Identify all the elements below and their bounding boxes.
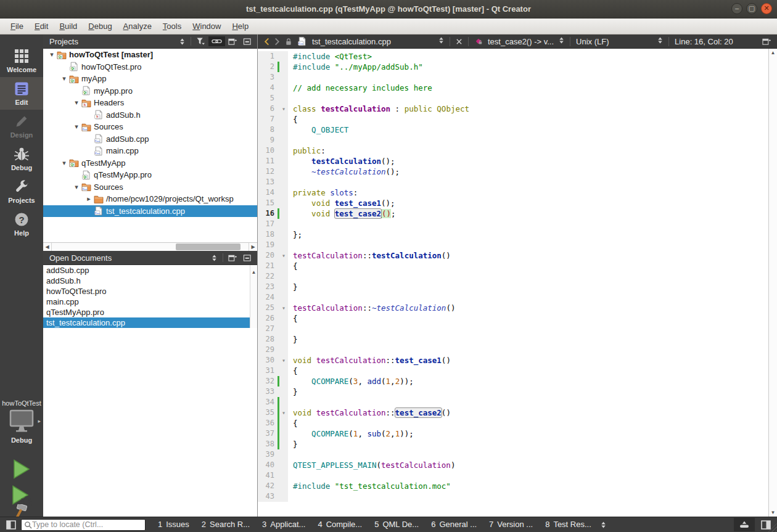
line-number[interactable]: 2	[258, 62, 278, 72]
close-document-icon[interactable]	[453, 38, 465, 45]
code-line[interactable]: 19	[258, 240, 768, 250]
open-document-item[interactable]: main.cpp	[43, 297, 257, 307]
tree-item[interactable]: h addSub.h	[43, 109, 257, 121]
split-panel-icon[interactable]	[225, 253, 240, 263]
editor-vscrollbar[interactable]: ▲ ▼	[768, 49, 777, 517]
minimize-button[interactable]: –	[731, 3, 742, 14]
line-number[interactable]: 7	[258, 114, 278, 125]
tree-item[interactable]: ▾ h Headers	[43, 97, 257, 109]
close-button[interactable]: ✕	[761, 3, 772, 14]
tree-item[interactable]: Qt howToQtTest.pro	[43, 61, 257, 73]
code-line[interactable]: 32 QCOMPARE(3, add(1,2));	[258, 376, 768, 387]
code-line[interactable]: 12 ~testCalculation();	[258, 166, 768, 177]
code-line[interactable]: 37 QCOMPARE(1, sub(2,1));	[258, 428, 768, 439]
line-number[interactable]: 15	[258, 198, 278, 208]
line-number[interactable]: 17	[258, 219, 278, 229]
line-number[interactable]: 23	[258, 282, 278, 292]
sync-with-editor-icon[interactable]	[208, 36, 225, 46]
code-line[interactable]: 35▾void testCalculation::test_case2()	[258, 407, 768, 418]
line-number[interactable]: 28	[258, 334, 278, 345]
open-document-item[interactable]: addSub.h	[43, 276, 257, 286]
code-line[interactable]: 24	[258, 292, 768, 303]
maximize-button[interactable]: ▢	[746, 3, 757, 14]
code-line[interactable]: 4// add necessary includes here	[258, 83, 768, 93]
line-number[interactable]: 13	[258, 177, 278, 187]
title-bar[interactable]: tst_testcalculation.cpp (qTestMyApp @ ho…	[0, 0, 777, 18]
code-line[interactable]: 40QTEST_APPLESS_MAIN(testCalculation)	[258, 460, 768, 470]
output-pane-compile[interactable]: 4Compile...	[311, 517, 368, 532]
open-document-item[interactable]: addSub.cpp	[43, 265, 257, 276]
menu-build[interactable]: Build	[54, 18, 83, 34]
code-line[interactable]: 18};	[258, 229, 768, 240]
split-editor-icon[interactable]	[760, 38, 773, 46]
code-area[interactable]: 1#include <QtTest>2#include "../myApp/ad…	[258, 49, 768, 517]
line-number[interactable]: 18	[258, 229, 278, 240]
line-number[interactable]: 42	[258, 481, 278, 491]
code-line[interactable]: 23}	[258, 282, 768, 292]
go-back-icon[interactable]	[261, 38, 272, 46]
code-line[interactable]: 8 Q_OBJECT	[258, 125, 768, 135]
menu-analyze[interactable]: Analyze	[118, 18, 157, 34]
menu-tools[interactable]: Tools	[157, 18, 187, 34]
tree-item[interactable]: C++ addSub.cpp	[43, 133, 257, 145]
line-number[interactable]: 26	[258, 313, 278, 324]
close-panel-icon[interactable]	[240, 36, 255, 47]
code-line[interactable]: 39	[258, 449, 768, 460]
build-button[interactable]	[0, 504, 43, 517]
line-number[interactable]: 3	[258, 72, 278, 83]
code-line[interactable]: 34	[258, 397, 768, 407]
tree-item[interactable]: ▸ /home/pcw1029/projects/Qt_worksp	[43, 193, 257, 205]
line-number[interactable]: 32	[258, 376, 278, 387]
scroll-down-icon[interactable]: ▼	[771, 510, 776, 515]
line-number[interactable]: 9	[258, 135, 278, 145]
code-line[interactable]: 16 void test_case2();	[258, 208, 768, 219]
code-line[interactable]: 13	[258, 177, 768, 187]
code-line[interactable]: 15 void test_case1();	[258, 198, 768, 208]
line-number[interactable]: 22	[258, 271, 278, 282]
tree-item[interactable]: C++ main.cpp	[43, 145, 257, 157]
encoding-selector[interactable]: Unix (LF)	[574, 37, 655, 46]
open-file-name[interactable]: tst_testcalculation.cpp	[310, 37, 436, 46]
tree-item[interactable]: C++ tst_testcalculation.cpp	[43, 205, 257, 218]
line-number[interactable]: 30	[258, 355, 278, 366]
output-pane-general[interactable]: 6General ...	[425, 517, 483, 532]
line-number[interactable]: 43	[258, 491, 278, 502]
tree-item[interactable]: ▾ Qt qTestMyApp	[43, 157, 257, 170]
line-number[interactable]: 24	[258, 292, 278, 303]
tree-item[interactable]: ▾ C++ Sources	[43, 121, 257, 133]
line-number[interactable]: 4	[258, 83, 278, 93]
code-line[interactable]: 33}	[258, 387, 768, 397]
monitor-icon[interactable]: ▸	[7, 409, 36, 435]
code-line[interactable]: 28}	[258, 334, 768, 345]
fold-marker-icon[interactable]: ▾	[279, 250, 288, 261]
line-number[interactable]: 8	[258, 125, 278, 135]
tree-expander-icon[interactable]: ▾	[47, 51, 57, 59]
code-line[interactable]: 41	[258, 470, 768, 481]
menu-file[interactable]: File	[5, 18, 29, 34]
line-number[interactable]: 37	[258, 428, 278, 439]
line-number[interactable]: 25	[258, 303, 278, 313]
mode-projects[interactable]: Projects	[0, 175, 43, 208]
output-pane-version[interactable]: 7Version ...	[483, 517, 539, 532]
tree-item[interactable]: ▾ C++ Sources	[43, 181, 257, 194]
split-panel-icon[interactable]	[225, 36, 240, 47]
line-number[interactable]: 35	[258, 407, 278, 418]
code-line[interactable]: 1#include <QtTest>	[258, 51, 768, 62]
line-number[interactable]: 40	[258, 460, 278, 470]
output-pane-applicat[interactable]: 3Applicat...	[256, 517, 311, 532]
line-number[interactable]: 27	[258, 324, 278, 334]
tree-item[interactable]: ▾ Qt myApp	[43, 73, 257, 85]
scroll-left-icon[interactable]: ◀	[43, 244, 51, 250]
kit-selector[interactable]: howToQtTest ▸ Debug	[0, 399, 43, 444]
code-line[interactable]: 20▾testCalculation::testCalculation()	[258, 250, 768, 261]
line-number[interactable]: 39	[258, 449, 278, 460]
code-line[interactable]: 7{	[258, 114, 768, 125]
line-number[interactable]: 6	[258, 104, 278, 114]
code-line[interactable]: 22	[258, 271, 768, 282]
line-number[interactable]: 12	[258, 166, 278, 177]
tree-expander-icon[interactable]: ▾	[72, 183, 81, 191]
locator-box[interactable]	[21, 519, 146, 531]
open-document-item[interactable]: qTestMyApp.pro	[43, 307, 257, 317]
encoding-dropdown-icon[interactable]	[655, 36, 665, 46]
line-number[interactable]: 11	[258, 156, 278, 166]
